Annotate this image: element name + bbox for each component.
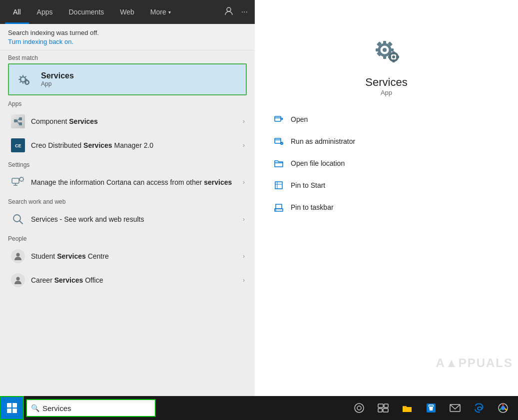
best-match-item[interactable]: Services App xyxy=(8,63,247,95)
people-section-label: People xyxy=(8,235,247,242)
start-button[interactable] xyxy=(0,396,24,420)
people-section: People Student Services Centre › xyxy=(0,231,255,292)
svg-rect-10 xyxy=(12,178,19,183)
watermark: A▲PPUALS xyxy=(436,356,513,370)
svg-point-59 xyxy=(501,406,505,410)
more-options-icon[interactable]: ··· xyxy=(239,5,250,18)
results-panel: Best match Services App xyxy=(0,50,255,396)
pin-to-start-action[interactable]: Pin to Start xyxy=(265,174,508,196)
svg-rect-49 xyxy=(12,409,17,413)
list-item[interactable]: Manage the information Cortana can acces… xyxy=(8,170,247,194)
svg-point-19 xyxy=(383,48,387,52)
svg-line-6 xyxy=(17,119,19,121)
list-item[interactable]: CE Creo Distributed Services Manager 2.0… xyxy=(8,133,247,157)
turn-indexing-link[interactable]: Turn indexing back on. xyxy=(8,38,73,45)
open-file-location-action[interactable]: Open file location xyxy=(265,152,508,174)
file-explorer-icon[interactable] xyxy=(396,396,418,420)
list-item[interactable]: Career Services Office › xyxy=(8,268,247,292)
creo-services-text: Creo Distributed Services Manager 2.0 xyxy=(31,141,243,149)
web-search-text: Services - See work and web results xyxy=(31,215,243,223)
svg-line-7 xyxy=(17,121,19,124)
pin-start-icon xyxy=(273,179,285,191)
left-panel: All Apps Documents Web More ▾ xyxy=(0,0,255,396)
arrow-icon: › xyxy=(243,277,245,284)
search-input[interactable] xyxy=(42,404,142,413)
edge-icon[interactable] xyxy=(468,396,490,420)
arrow-icon: › xyxy=(243,142,245,149)
svg-point-29 xyxy=(392,55,395,58)
svg-rect-32 xyxy=(388,56,391,58)
career-services-text: Career Services Office xyxy=(31,276,243,284)
svg-rect-40 xyxy=(275,182,282,189)
services-icon xyxy=(15,69,35,89)
multi-desktop-icon[interactable] xyxy=(372,396,394,420)
svg-point-16 xyxy=(16,253,20,257)
svg-rect-55 xyxy=(383,409,388,412)
svg-line-62 xyxy=(505,409,507,411)
detail-services-icon xyxy=(367,30,407,70)
svg-rect-36 xyxy=(275,138,281,143)
svg-rect-31 xyxy=(392,59,395,62)
notification-bar: Search indexing was turned off. Turn ind… xyxy=(0,24,255,50)
best-match-label: Best match xyxy=(8,54,247,61)
user-icon[interactable] xyxy=(222,4,235,19)
creo-services-icon: CE xyxy=(10,137,26,153)
component-services-text: Component Services xyxy=(31,117,243,125)
svg-rect-44 xyxy=(276,204,282,209)
svg-rect-22 xyxy=(376,48,380,51)
settings-section: Settings Manage the information Cortana … xyxy=(0,157,255,194)
arrow-icon: › xyxy=(243,118,245,125)
taskbar-search-box[interactable]: 🔍 xyxy=(26,399,156,417)
taskbar: 🔍 xyxy=(0,396,518,420)
svg-rect-4 xyxy=(19,117,22,120)
svg-rect-48 xyxy=(7,409,11,413)
mail-icon[interactable] xyxy=(444,396,466,420)
list-item[interactable]: Component Services › xyxy=(8,109,247,133)
file-location-icon xyxy=(273,157,285,169)
student-services-icon xyxy=(10,248,26,264)
apps-section-label: Apps xyxy=(8,100,247,107)
list-item[interactable]: Student Services Centre › xyxy=(8,244,247,268)
store-icon[interactable] xyxy=(420,396,442,420)
svg-rect-21 xyxy=(383,55,386,59)
arrow-icon: › xyxy=(243,216,245,223)
best-match-section: Best match Services App xyxy=(0,50,255,95)
search-web-label: Search work and web xyxy=(8,198,247,205)
svg-point-50 xyxy=(355,404,364,413)
settings-section-label: Settings xyxy=(8,161,247,168)
open-action[interactable]: Open xyxy=(265,108,508,130)
run-as-admin-action[interactable]: Run as administrator xyxy=(265,130,508,152)
chrome-icon[interactable] xyxy=(492,396,514,420)
best-match-subtitle: App xyxy=(41,80,74,87)
pin-to-taskbar-action[interactable]: Pin to taskbar xyxy=(265,196,508,218)
tab-all[interactable]: All xyxy=(5,0,29,24)
right-panel: Services App Open xyxy=(255,0,518,396)
tab-documents[interactable]: Documents xyxy=(60,0,112,24)
svg-line-15 xyxy=(20,221,23,224)
tab-more[interactable]: More ▾ xyxy=(142,0,179,24)
detail-title: Services xyxy=(365,76,407,89)
cortana-settings-text: Manage the information Cortana can acces… xyxy=(31,178,243,186)
arrow-icon: › xyxy=(243,179,245,186)
task-view-icon[interactable] xyxy=(348,396,370,420)
svg-rect-46 xyxy=(7,403,11,408)
svg-rect-34 xyxy=(275,116,281,121)
best-match-title: Services xyxy=(41,71,74,80)
svg-rect-20 xyxy=(383,41,386,45)
component-services-icon xyxy=(10,113,26,129)
tab-web[interactable]: Web xyxy=(112,0,142,24)
svg-rect-23 xyxy=(390,48,394,51)
student-services-text: Student Services Centre xyxy=(31,252,243,260)
tab-apps[interactable]: Apps xyxy=(29,0,61,24)
svg-rect-3 xyxy=(14,119,17,122)
pin-taskbar-icon xyxy=(273,201,285,213)
list-item[interactable]: Services - See work and web results › xyxy=(8,207,247,231)
svg-point-51 xyxy=(357,406,361,410)
svg-rect-30 xyxy=(392,51,395,54)
chevron-down-icon: ▾ xyxy=(168,9,171,15)
svg-rect-5 xyxy=(19,122,22,125)
search-web-section: Search work and web Services - See work … xyxy=(0,194,255,231)
svg-rect-33 xyxy=(396,56,399,58)
svg-point-1 xyxy=(20,77,25,82)
start-menu: All Apps Documents Web More ▾ xyxy=(0,0,518,396)
